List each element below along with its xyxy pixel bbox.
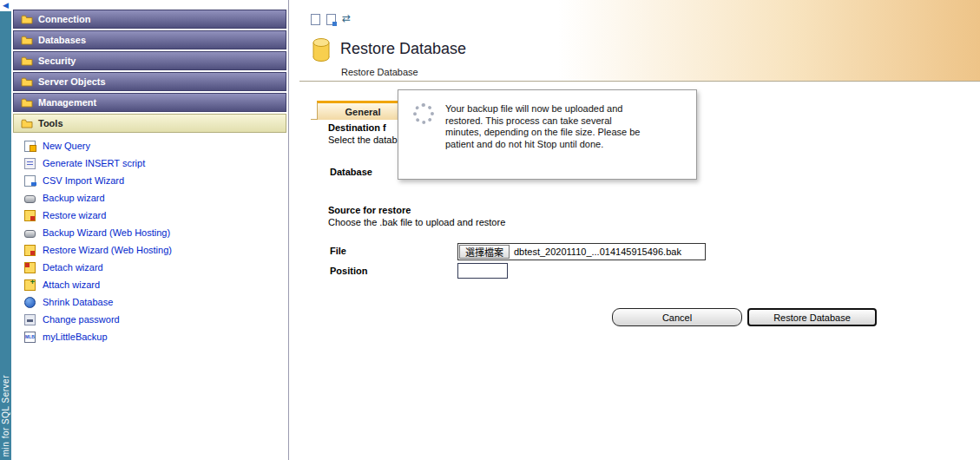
transfer-icon[interactable]: ⇄ xyxy=(342,13,351,24)
position-label: Position xyxy=(330,266,367,276)
source-heading: Source for restore xyxy=(328,205,411,215)
sidebar-item-new-query[interactable]: New Query xyxy=(11,137,288,154)
popup-message: Your backup file will now be uploaded an… xyxy=(445,103,640,150)
tools-item-list: New Query Generate INSERT script CSV Imp… xyxy=(11,137,288,345)
sidebar-item-restore-wizard-web-hosting[interactable]: Restore Wizard (Web Hosting) xyxy=(11,241,288,259)
item-label: Generate INSERT script xyxy=(43,158,145,168)
item-label: Shrink Database xyxy=(43,297,113,307)
folder-icon xyxy=(21,56,33,66)
item-label: Backup Wizard (Web Hosting) xyxy=(43,227,170,238)
page-subtitle: Restore Database xyxy=(341,67,418,77)
sidebar-item-detach-wizard[interactable]: Detach wizard xyxy=(11,259,288,276)
attach-wizard-icon xyxy=(24,279,36,291)
restore-wizard-icon xyxy=(24,210,36,221)
app-edge-strip: min for SQL Server xyxy=(0,0,11,460)
destination-subtext: Select the datab xyxy=(328,135,398,145)
sidebar-section-server-objects[interactable]: Server Objects xyxy=(13,72,286,91)
folder-icon xyxy=(21,77,33,87)
app-window: min for SQL Server ◀ Connection Database… xyxy=(0,0,980,460)
section-label: Security xyxy=(38,56,76,66)
item-label: Attach wizard xyxy=(43,279,100,290)
sidebar-item-backup-wizard[interactable]: Backup wizard xyxy=(11,189,288,207)
position-input[interactable] xyxy=(457,263,508,279)
csv-import-icon xyxy=(24,175,36,187)
sidebar-item-mylittlebackup[interactable]: myLittleBackup xyxy=(11,328,288,345)
document-icon[interactable] xyxy=(311,14,320,25)
sidebar-item-restore-wizard[interactable]: Restore wizard xyxy=(11,207,288,224)
sidebar-item-attach-wizard[interactable]: Attach wizard xyxy=(11,276,288,293)
backup-wizard-icon xyxy=(24,195,36,203)
document-edit-icon[interactable] xyxy=(326,14,336,25)
section-label: Connection xyxy=(38,14,91,24)
choose-file-button[interactable]: 選擇檔案 xyxy=(459,245,510,259)
item-label: Restore Wizard (Web Hosting) xyxy=(43,245,172,255)
restore-wizard-web-icon xyxy=(24,245,36,256)
section-label: Server Objects xyxy=(38,76,106,87)
popup-line: patient and do not hit Stop until done. xyxy=(445,139,640,151)
page-title: Restore Database xyxy=(340,40,466,58)
destination-heading: Destination f xyxy=(328,122,386,133)
popup-line: restored. This process can take several xyxy=(445,115,640,128)
section-label: Tools xyxy=(38,118,63,128)
sidebar-item-generate-insert-script[interactable]: Generate INSERT script xyxy=(11,154,288,172)
change-password-icon xyxy=(24,314,36,325)
new-query-icon xyxy=(24,141,36,152)
sidebar-item-csv-import-wizard[interactable]: CSV Import Wizard xyxy=(11,172,288,189)
sidebar-section-databases[interactable]: Databases xyxy=(13,30,286,49)
section-label: Management xyxy=(38,97,96,108)
sidebar-item-shrink-database[interactable]: Shrink Database xyxy=(11,293,288,311)
section-label: Databases xyxy=(38,35,86,45)
folder-icon xyxy=(21,98,33,108)
database-icon xyxy=(312,38,330,65)
sidebar-item-change-password[interactable]: Change password xyxy=(11,311,288,328)
file-label: File xyxy=(330,246,346,256)
item-label: New Query xyxy=(43,141,90,151)
item-label: Backup wizard xyxy=(43,193,105,203)
sidebar-section-tools[interactable]: Tools xyxy=(13,114,286,133)
loading-spinner-icon xyxy=(413,103,434,124)
detach-wizard-icon xyxy=(24,262,36,273)
cancel-button[interactable]: Cancel xyxy=(612,308,742,326)
item-label: CSV Import Wizard xyxy=(43,175,124,186)
collapse-sidebar-icon[interactable]: ◀ xyxy=(0,0,11,11)
sidebar-section-connection[interactable]: Connection xyxy=(13,10,286,29)
file-name-text: dbtest_20201110_...014145915496.bak xyxy=(514,246,681,257)
source-subtext: Choose the .bak file to upload and resto… xyxy=(328,217,505,227)
item-label: Change password xyxy=(43,314,120,325)
tab-general[interactable]: General xyxy=(317,101,409,120)
popup-line: Your backup file will now be uploaded an… xyxy=(445,103,640,115)
edge-vertical-label: min for SQL Server xyxy=(1,375,10,457)
file-input[interactable]: 選擇檔案 dbtest_20201110_...014145915496.bak xyxy=(457,243,706,260)
item-label: Restore wizard xyxy=(43,210,106,220)
restore-database-button[interactable]: Restore Database xyxy=(747,308,877,326)
sidebar-section-security[interactable]: Security xyxy=(13,51,286,70)
popup-line: minutes, depending on the file size. Ple… xyxy=(445,127,640,139)
mylittlebackup-icon xyxy=(24,332,36,343)
backup-wizard-web-icon xyxy=(24,230,36,238)
item-label: Detach wizard xyxy=(43,262,103,273)
insert-script-icon xyxy=(24,158,36,169)
item-label: myLittleBackup xyxy=(43,332,108,342)
sidebar-section-management[interactable]: Management xyxy=(13,93,286,112)
shrink-database-icon xyxy=(24,297,36,308)
database-label: Database xyxy=(330,167,372,177)
busy-popup: Your backup file will now be uploaded an… xyxy=(398,89,697,180)
sidebar: Connection Databases Security Server Obj… xyxy=(11,0,289,460)
folder-icon xyxy=(21,15,33,24)
open-folder-icon xyxy=(21,119,33,128)
sidebar-item-backup-wizard-web-hosting[interactable]: Backup Wizard (Web Hosting) xyxy=(11,224,288,241)
folder-icon xyxy=(21,36,33,45)
